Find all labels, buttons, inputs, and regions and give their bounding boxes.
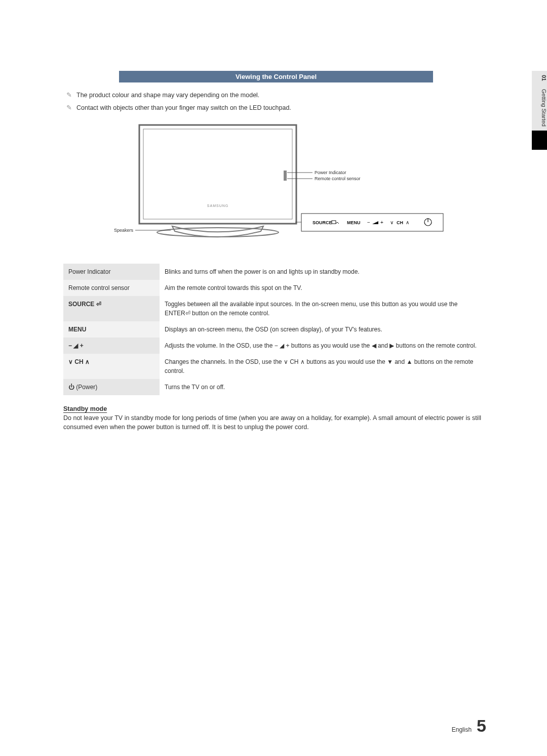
svg-text:−: − bbox=[367, 220, 370, 225]
table-row: Power Indicator Blinks and turns off whe… bbox=[63, 264, 489, 280]
tv-diagram: SAMSUNG Power Indicator Remote control s… bbox=[63, 120, 489, 254]
table-row: − ◢ + Adjusts the volume. In the OSD, us… bbox=[63, 338, 489, 354]
table-row: Remote control sensor Aim the remote con… bbox=[63, 280, 489, 296]
row-label: ⏻ (Power) bbox=[63, 379, 160, 395]
row-label: MENU bbox=[63, 321, 160, 338]
row-desc: Blinks and turns off when the power is o… bbox=[160, 264, 489, 280]
table-row: MENU Displays an on-screen menu, the OSD… bbox=[63, 321, 489, 338]
brand-text: SAMSUNG bbox=[207, 204, 228, 207]
svg-text:CH: CH bbox=[397, 220, 403, 225]
note-icon: ✎ bbox=[66, 103, 73, 113]
label-power-indicator: Power Indicator bbox=[315, 170, 346, 175]
row-desc: Displays an on-screen menu, the OSD (on … bbox=[160, 321, 489, 338]
note-1: ✎The product colour and shape may vary d… bbox=[66, 91, 489, 100]
sidebar-black-block bbox=[532, 131, 547, 150]
note-icon: ✎ bbox=[66, 91, 73, 100]
footer-language: English bbox=[452, 726, 472, 733]
row-label: ∨ CH ∧ bbox=[63, 354, 160, 379]
chapter-sidebar: 01 Getting Started bbox=[532, 71, 547, 150]
standby-body: Do not leave your TV in standby mode for… bbox=[63, 413, 489, 433]
note-text: Contact with objects other than your fin… bbox=[76, 104, 291, 111]
svg-text:∨: ∨ bbox=[390, 220, 394, 225]
page-number: 5 bbox=[477, 716, 486, 736]
row-label: − ◢ + bbox=[63, 338, 160, 354]
page-footer: English 5 bbox=[452, 716, 486, 736]
table-row: SOURCE ⏎ Toggles between all the availab… bbox=[63, 296, 489, 321]
controls-table: Power Indicator Blinks and turns off whe… bbox=[63, 264, 489, 395]
note-text: The product colour and shape may vary de… bbox=[76, 92, 259, 99]
label-speakers: Speakers bbox=[114, 228, 134, 233]
svg-text:+: + bbox=[380, 220, 383, 225]
table-row: ∨ CH ∧ Changes the channels. In the OSD,… bbox=[63, 354, 489, 379]
note-2: ✎Contact with objects other than your fi… bbox=[66, 103, 489, 113]
row-label: SOURCE ⏎ bbox=[63, 296, 160, 321]
svg-text:∧: ∧ bbox=[406, 220, 409, 225]
chapter-number: 01 bbox=[532, 71, 547, 85]
table-row: ⏻ (Power) Turns the TV on or off. bbox=[63, 379, 489, 395]
row-label: Remote control sensor bbox=[63, 280, 160, 296]
svg-rect-3 bbox=[284, 171, 287, 181]
svg-rect-0 bbox=[139, 125, 296, 224]
standby-title: Standby mode bbox=[63, 405, 489, 412]
label-remote-sensor: Remote control sensor bbox=[315, 176, 361, 181]
svg-text:MENU: MENU bbox=[347, 220, 361, 225]
row-desc: Changes the channels. In the OSD, use th… bbox=[160, 354, 489, 379]
row-desc: Toggles between all the available input … bbox=[160, 296, 489, 321]
row-label: Power Indicator bbox=[63, 264, 160, 280]
row-desc: Adjusts the volume. In the OSD, use the … bbox=[160, 338, 489, 354]
section-header: Viewing the Control Panel bbox=[119, 71, 433, 82]
row-desc: Aim the remote control towards this spot… bbox=[160, 280, 489, 296]
row-desc: Turns the TV on or off. bbox=[160, 379, 489, 395]
chapter-title: Getting Started bbox=[532, 85, 547, 131]
svg-text:SOURCE: SOURCE bbox=[312, 220, 332, 225]
